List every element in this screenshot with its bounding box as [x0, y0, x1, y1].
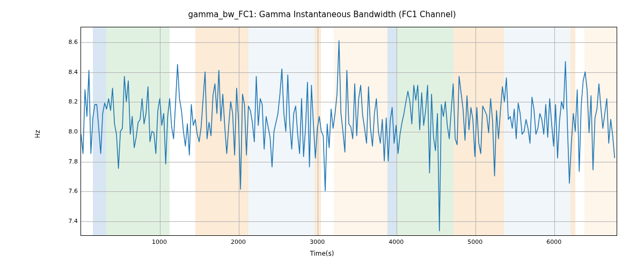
y-tick-label: 7.8 [69, 158, 78, 165]
chart-title: gamma_bw_FC1: Gamma Instantaneous Bandwi… [0, 10, 644, 19]
plot-area [80, 27, 617, 236]
x-tick-label: 1000 [152, 239, 167, 245]
y-axis-label: Hz [34, 130, 41, 138]
x-tick-label: 6000 [546, 239, 561, 245]
x-axis-label: Time(s) [0, 250, 644, 257]
figure: gamma_bw_FC1: Gamma Instantaneous Bandwi… [0, 0, 644, 268]
y-tick-label: 8.2 [69, 98, 78, 105]
y-tick-label: 8.4 [69, 68, 78, 75]
y-tick-label: 7.6 [69, 188, 78, 195]
x-tick-label: 5000 [467, 239, 482, 245]
x-tick-label: 3000 [310, 239, 325, 245]
data-line [81, 27, 617, 235]
y-tick-label: 8.0 [69, 128, 78, 135]
x-tick-label: 4000 [389, 239, 404, 245]
y-tick-label: 7.4 [69, 218, 78, 225]
y-tick-label: 8.6 [69, 38, 78, 45]
x-tick-label: 2000 [231, 239, 246, 245]
